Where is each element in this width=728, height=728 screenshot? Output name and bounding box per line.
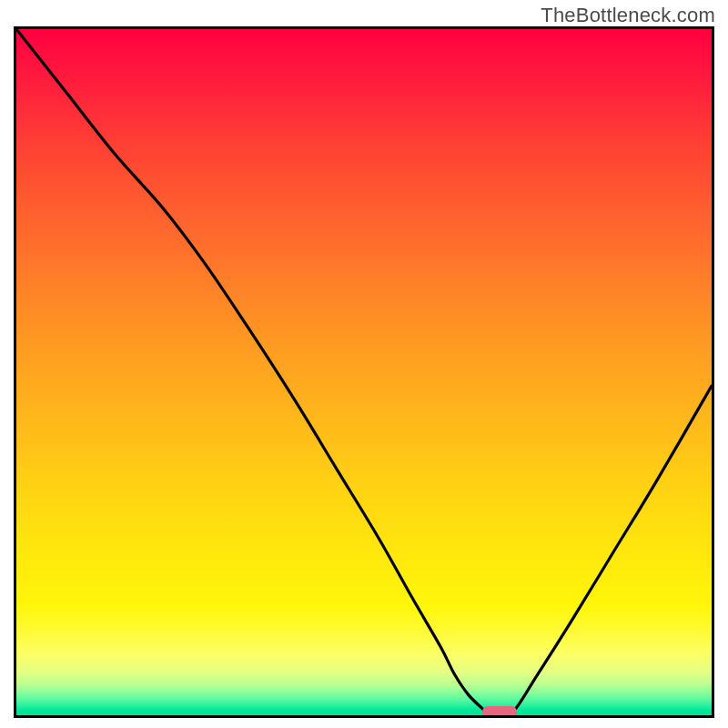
chart-container: TheBottleneck.com <box>0 0 728 728</box>
optimum-marker <box>482 706 517 717</box>
plot-area <box>14 26 714 718</box>
watermark-label: TheBottleneck.com <box>541 4 715 27</box>
bottleneck-curve <box>16 29 712 715</box>
curve-path <box>16 29 712 715</box>
